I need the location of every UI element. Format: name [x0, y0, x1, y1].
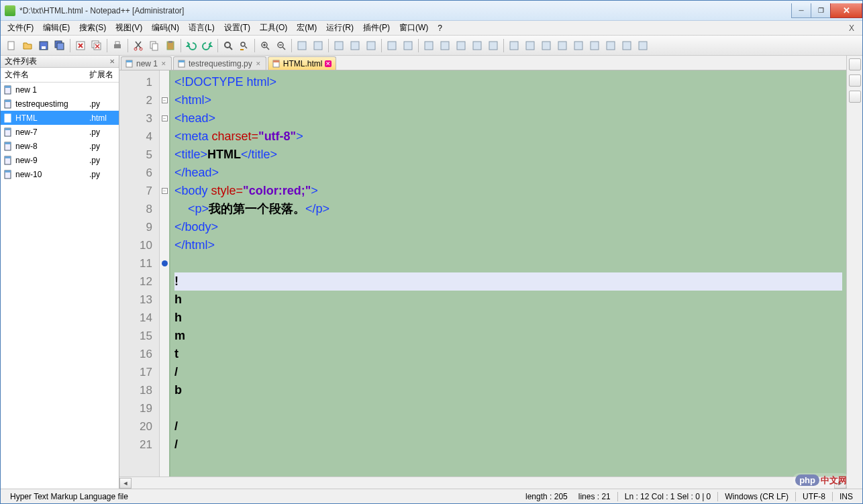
menu-encoding[interactable]: 编码(N): [148, 21, 183, 35]
code-line-6[interactable]: </head>: [174, 164, 842, 182]
close-icon[interactable]: [73, 38, 88, 53]
play-icon[interactable]: [454, 38, 468, 53]
play-multi-icon[interactable]: [470, 38, 485, 53]
tab-close-icon[interactable]: ✕: [325, 60, 332, 67]
menu-settings[interactable]: 设置(T): [220, 21, 254, 35]
menu-plugins[interactable]: 插件(P): [359, 21, 394, 35]
lang-icon[interactable]: [385, 38, 399, 53]
eye-icon[interactable]: [401, 38, 415, 53]
maximize-button[interactable]: ❐: [811, 3, 831, 18]
expand-icon[interactable]: [603, 38, 618, 53]
doc-close-button[interactable]: X: [844, 23, 860, 33]
code-line-4[interactable]: <meta charset="utf-8">: [174, 128, 842, 146]
code-line-3[interactable]: <head>: [174, 109, 842, 128]
close-window-button[interactable]: ✕: [830, 3, 862, 18]
file-row-new-7[interactable]: new-7.py: [1, 125, 119, 139]
wrap-icon[interactable]: [332, 38, 346, 53]
show-all-icon[interactable]: [348, 38, 362, 53]
funclist-toggle-icon[interactable]: [849, 74, 861, 87]
col-ext[interactable]: 扩展名: [85, 69, 119, 81]
menu-macro[interactable]: 宏(M): [293, 21, 321, 35]
menu-language[interactable]: 语言(L): [185, 21, 219, 35]
redo-icon[interactable]: [200, 38, 215, 53]
status-eol[interactable]: Windows (CR LF): [719, 492, 794, 501]
code-line-20[interactable]: /: [174, 417, 842, 436]
cut-icon[interactable]: [131, 38, 146, 53]
zoom-out-icon[interactable]: [274, 38, 289, 53]
paste-icon[interactable]: [163, 38, 178, 53]
spellcheck-icon[interactable]: [619, 38, 634, 53]
copy-icon[interactable]: [147, 38, 162, 53]
code-line-1[interactable]: <!DOCTYPE html>: [174, 73, 842, 91]
code-line-10[interactable]: </html>: [174, 236, 842, 254]
new-file-icon[interactable]: [4, 38, 19, 53]
save-macro-icon[interactable]: [486, 38, 501, 53]
sync-h-icon[interactable]: [311, 38, 325, 53]
stop-icon[interactable]: [438, 38, 452, 53]
code-line-5[interactable]: <title>HTML</title>: [174, 146, 842, 164]
menu-edit[interactable]: 编辑(E): [39, 21, 74, 35]
code-line-11[interactable]: [174, 254, 842, 272]
print-icon[interactable]: [110, 38, 125, 53]
folder-toggle-icon[interactable]: [849, 91, 861, 103]
code-line-17[interactable]: /: [174, 363, 842, 381]
wrap2-icon[interactable]: [539, 38, 554, 53]
sidebar-close-icon[interactable]: ✕: [109, 58, 115, 65]
find-icon[interactable]: [221, 38, 236, 53]
tab-close-icon[interactable]: ✕: [255, 60, 262, 67]
record-icon[interactable]: [421, 38, 436, 53]
menu-run[interactable]: 运行(R): [322, 21, 358, 35]
zoom-in-icon[interactable]: [258, 38, 272, 53]
sync-v-icon[interactable]: [295, 38, 309, 53]
code-line-2[interactable]: <html>: [174, 91, 842, 109]
code-editor[interactable]: <!DOCTYPE html><html><head><meta charset…: [170, 70, 846, 476]
minimize-button[interactable]: ─: [791, 3, 811, 18]
abc-icon[interactable]: [636, 38, 650, 53]
code-line-7[interactable]: <body style="color:red;">: [174, 182, 842, 200]
code-line-8[interactable]: <p>我的第一个段落。</p>: [174, 200, 842, 218]
code-line-12[interactable]: !: [174, 272, 842, 291]
status-insert-mode[interactable]: INS: [834, 492, 858, 501]
code-line-18[interactable]: b: [174, 381, 842, 399]
menu-help[interactable]: ?: [434, 22, 446, 34]
save-icon[interactable]: [36, 38, 51, 53]
tab-testrequestimg.py[interactable]: testrequestimg.py✕: [173, 56, 266, 70]
outdent-icon[interactable]: [507, 38, 521, 53]
indent-icon[interactable]: [523, 38, 538, 53]
tab-new 1[interactable]: new 1✕: [121, 56, 172, 70]
unfold-icon[interactable]: [571, 38, 586, 53]
undo-icon[interactable]: [184, 38, 199, 53]
code-line-19[interactable]: [174, 399, 842, 417]
menu-tools[interactable]: 工具(O): [256, 21, 291, 35]
docmap-toggle-icon[interactable]: [849, 58, 861, 70]
open-file-icon[interactable]: [20, 38, 35, 53]
file-row-testrequestimg[interactable]: testrequestimg.py: [1, 97, 119, 111]
status-encoding[interactable]: UTF-8: [797, 492, 831, 501]
code-line-9[interactable]: </body>: [174, 218, 842, 236]
col-filename[interactable]: 文件名: [1, 69, 85, 81]
scroll-left-icon[interactable]: ◄: [119, 478, 132, 489]
fold-icon[interactable]: [555, 38, 570, 53]
replace-icon[interactable]: [237, 38, 252, 53]
tab-close-icon[interactable]: ✕: [160, 60, 167, 67]
horizontal-scrollbar[interactable]: ◄ ►: [119, 476, 846, 489]
code-line-21[interactable]: /: [174, 436, 842, 454]
file-row-new 1[interactable]: new 1: [1, 83, 119, 97]
menu-view[interactable]: 视图(V): [111, 21, 146, 35]
close-all-icon[interactable]: [89, 38, 104, 53]
hide-icon[interactable]: [587, 38, 602, 53]
indent-guide-icon[interactable]: [364, 38, 378, 53]
menu-search[interactable]: 搜索(S): [75, 21, 110, 35]
tab-HTML.html[interactable]: HTML.html✕: [268, 56, 337, 70]
code-line-14[interactable]: h: [174, 309, 842, 327]
file-row-new-10[interactable]: new-10.py: [1, 167, 119, 181]
file-row-HTML[interactable]: HTML.html: [1, 111, 119, 125]
code-line-16[interactable]: t: [174, 345, 842, 363]
fold-margin[interactable]: −−−: [160, 70, 170, 476]
code-line-15[interactable]: m: [174, 327, 842, 345]
menu-file[interactable]: 文件(F): [3, 21, 38, 35]
save-all-icon[interactable]: [52, 38, 67, 53]
file-row-new-9[interactable]: new-9.py: [1, 153, 119, 167]
file-row-new-8[interactable]: new-8.py: [1, 139, 119, 153]
menu-window[interactable]: 窗口(W): [395, 21, 432, 35]
